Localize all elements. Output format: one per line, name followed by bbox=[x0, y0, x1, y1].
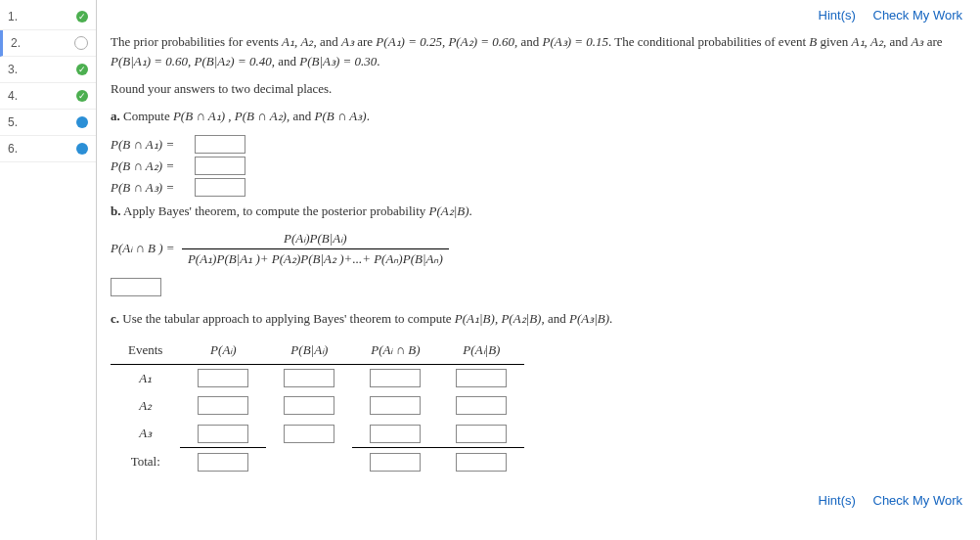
input-c-a2-2[interactable] bbox=[284, 396, 334, 415]
nav-number: 5. bbox=[8, 115, 76, 129]
bayes-formula: P(Aᵢ ∩ B ) = P(Aᵢ)P(B|Aᵢ) P(A₁)P(B|A₁ )+… bbox=[111, 229, 962, 269]
answer-row-a1: P(B ∩ A₁) = bbox=[111, 135, 962, 155]
hints-link[interactable]: Hint(s) bbox=[819, 493, 856, 508]
nav-item-1[interactable]: 1. ✓ bbox=[0, 4, 96, 30]
nav-item-2[interactable]: 2. bbox=[0, 30, 96, 57]
answer-label: P(B ∩ A₃) = bbox=[111, 178, 195, 198]
col-events: Events bbox=[111, 337, 180, 365]
input-c-a3-3[interactable] bbox=[370, 425, 421, 443]
nav-number: 4. bbox=[8, 89, 76, 103]
event-label: A₁ bbox=[111, 364, 180, 392]
part-c-prompt: c. Use the tabular approach to applying … bbox=[111, 309, 962, 329]
input-partb[interactable] bbox=[111, 278, 161, 296]
part-a-prompt: a. Compute P(B ∩ A₁) , P(B ∩ A₂), and P(… bbox=[111, 107, 962, 126]
nav-number: 3. bbox=[8, 63, 76, 76]
check-work-link[interactable]: Check My Work bbox=[873, 8, 963, 22]
answer-row-b bbox=[111, 277, 962, 296]
bottom-toolbar: Hint(s) Check My Work bbox=[111, 491, 962, 511]
nav-item-5[interactable]: 5. bbox=[0, 110, 96, 136]
nav-number: 2. bbox=[11, 36, 74, 50]
event-label: A₃ bbox=[111, 420, 180, 448]
rounding-note: Round your answers to two decimal places… bbox=[111, 79, 962, 99]
top-toolbar: Hint(s) Check My Work bbox=[111, 8, 962, 22]
input-c-a2-4[interactable] bbox=[456, 396, 507, 415]
input-c-a2-3[interactable] bbox=[370, 396, 421, 415]
dot-icon bbox=[76, 143, 88, 155]
dot-icon bbox=[76, 116, 88, 128]
question-main: Hint(s) Check My Work The prior probabil… bbox=[97, 0, 980, 540]
hints-link[interactable]: Hint(s) bbox=[819, 8, 856, 22]
input-c-a1-4[interactable] bbox=[456, 369, 507, 387]
answer-label: P(B ∩ A₂) = bbox=[111, 157, 195, 176]
answer-label: P(B ∩ A₁) = bbox=[111, 135, 195, 155]
input-c-a3-2[interactable] bbox=[284, 425, 334, 443]
col-paib-cond: P(Aᵢ|B) bbox=[438, 337, 524, 365]
input-c-a1-3[interactable] bbox=[370, 369, 421, 387]
table-row: A₁ bbox=[111, 364, 524, 392]
nav-number: 1. bbox=[8, 10, 76, 23]
col-pai: P(Aᵢ) bbox=[180, 337, 266, 365]
input-c-a1-1[interactable] bbox=[198, 369, 248, 387]
nav-item-3[interactable]: 3. ✓ bbox=[0, 57, 96, 83]
answer-row-a3: P(B ∩ A₃) = bbox=[111, 178, 962, 198]
input-c-a3-1[interactable] bbox=[198, 425, 248, 443]
intro-text: The prior probabilities for events A₁, A… bbox=[111, 32, 962, 71]
part-b-prompt: b. Apply Bayes' theorem, to compute the … bbox=[111, 202, 962, 221]
check-icon: ✓ bbox=[76, 11, 88, 22]
input-c-a2-1[interactable] bbox=[198, 396, 248, 415]
check-icon: ✓ bbox=[76, 90, 88, 102]
bayes-table: Events P(Aᵢ) P(B|Aᵢ) P(Aᵢ ∩ B) P(Aᵢ|B) A… bbox=[111, 337, 524, 476]
input-c-total-3[interactable] bbox=[370, 453, 421, 472]
input-c-total-1[interactable] bbox=[198, 453, 248, 472]
circle-icon bbox=[74, 36, 88, 50]
col-pbai: P(B|Aᵢ) bbox=[266, 337, 352, 365]
input-c-a3-4[interactable] bbox=[456, 425, 507, 443]
question-content: The prior probabilities for events A₁, A… bbox=[111, 32, 962, 512]
input-pba2[interactable] bbox=[195, 157, 245, 175]
nav-item-6[interactable]: 6. bbox=[0, 136, 96, 162]
check-work-link[interactable]: Check My Work bbox=[873, 493, 963, 508]
check-icon: ✓ bbox=[76, 64, 88, 75]
input-c-total-4[interactable] bbox=[456, 453, 507, 472]
question-nav: 1. ✓ 2. 3. ✓ 4. ✓ 5. 6. bbox=[0, 0, 97, 540]
nav-number: 6. bbox=[8, 142, 76, 156]
input-c-a1-2[interactable] bbox=[284, 369, 334, 387]
answer-row-a2: P(B ∩ A₂) = bbox=[111, 157, 962, 176]
table-row: A₂ bbox=[111, 392, 524, 420]
event-label: A₂ bbox=[111, 392, 180, 420]
table-row-total: Total: bbox=[111, 448, 524, 476]
input-pba3[interactable] bbox=[195, 178, 245, 197]
total-label: Total: bbox=[111, 448, 180, 476]
nav-item-4[interactable]: 4. ✓ bbox=[0, 83, 96, 110]
table-row: A₃ bbox=[111, 420, 524, 448]
input-pba1[interactable] bbox=[195, 135, 245, 154]
col-paib-int: P(Aᵢ ∩ B) bbox=[352, 337, 438, 365]
